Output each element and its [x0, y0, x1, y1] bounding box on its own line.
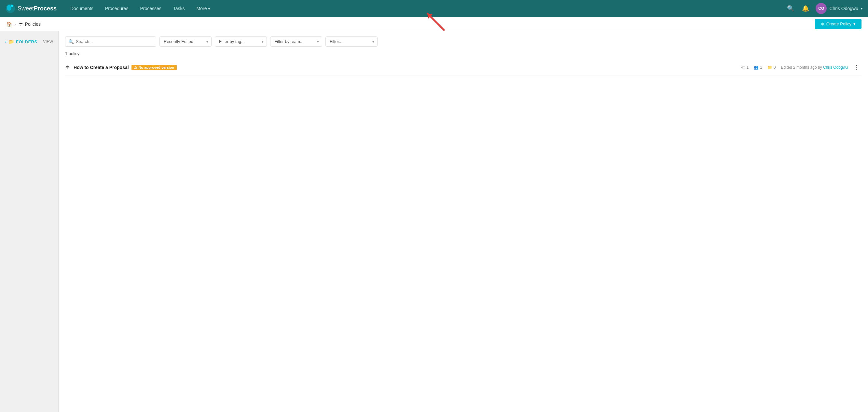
- breadcrumb-separator: ›: [14, 22, 16, 27]
- logo[interactable]: SweetProcess: [5, 3, 57, 14]
- table-row: ☂ How to Create a Proposal ⚠ No approved…: [65, 59, 862, 76]
- team-meta: 👥 1: [754, 65, 762, 70]
- filter-bar: 🔍 Recently Edited Alphabetical Recently …: [65, 36, 862, 47]
- avatar: CO: [815, 3, 827, 14]
- extra-filter-select[interactable]: Filter...: [326, 36, 377, 47]
- edited-text: Edited 2 months ago by Chris Odogwu: [781, 65, 848, 70]
- policy-more-options-button[interactable]: ⋮: [852, 63, 862, 72]
- sweetprocess-logo-icon: [5, 3, 16, 14]
- team-icon: 👥: [754, 65, 758, 70]
- content-area: 🔍 Recently Edited Alphabetical Recently …: [59, 31, 868, 412]
- policy-count: 1 policy: [65, 51, 862, 56]
- team-filter-wrap: Filter by team... ▾: [270, 36, 322, 47]
- sidebar-folders-label: FOLDERS: [16, 39, 37, 44]
- svg-point-1: [7, 5, 11, 11]
- user-name: Chris Odogwu: [829, 6, 858, 11]
- tag-icon: 🏷: [741, 65, 745, 70]
- nav-procedures[interactable]: Procedures: [100, 3, 134, 14]
- folder-icon: 📁: [8, 39, 14, 44]
- breadcrumb: 🏠 › ☂ Policies: [6, 22, 41, 27]
- search-button[interactable]: 🔍: [786, 4, 796, 13]
- edited-by-link[interactable]: Chris Odogwu: [823, 65, 848, 70]
- breadcrumb-bar: 🏠 › ☂ Policies ⊕ Create Policy ▾: [0, 17, 868, 31]
- policy-title: How to Create a Proposal ⚠ No approved v…: [73, 65, 177, 70]
- logo-text: SweetProcess: [18, 5, 57, 12]
- search-input[interactable]: [65, 36, 156, 47]
- create-policy-chevron: ▾: [854, 22, 856, 26]
- policy-meta: 🏷 1 👥 1 📁 0 Edited 2 months ago by Chris…: [741, 65, 848, 70]
- chevron-down-icon: ▾: [208, 6, 210, 11]
- folder-meta: 📁 0: [768, 65, 776, 70]
- breadcrumb-home[interactable]: 🏠: [6, 22, 12, 27]
- breadcrumb-current: ☂ Policies: [19, 22, 41, 27]
- policies-icon: ☂: [19, 22, 23, 27]
- main-layout: › 📁 FOLDERS VIEW 🔍 Recently Edited Alpha…: [0, 31, 868, 412]
- user-chevron-icon: ▾: [861, 6, 863, 11]
- sidebar-folders[interactable]: › 📁 FOLDERS VIEW: [0, 36, 58, 47]
- tag-filter-select[interactable]: Filter by tag...: [215, 36, 267, 47]
- search-wrap: 🔍: [65, 36, 156, 47]
- top-navigation: SweetProcess Documents Procedures Proces…: [0, 0, 868, 17]
- no-approved-badge: ⚠ No approved version: [131, 65, 177, 70]
- sort-select-wrap: Recently Edited Alphabetical Recently Cr…: [159, 36, 212, 47]
- user-area[interactable]: CO Chris Odogwu ▾: [815, 3, 863, 14]
- search-icon: 🔍: [787, 5, 794, 12]
- notifications-button[interactable]: 🔔: [801, 4, 810, 13]
- search-icon: 🔍: [68, 39, 74, 44]
- nav-right: 🔍 🔔 CO Chris Odogwu ▾: [786, 3, 863, 14]
- sidebar-view-label[interactable]: VIEW: [43, 39, 53, 44]
- extra-filter-wrap: Filter... ▾: [326, 36, 377, 47]
- team-filter-select[interactable]: Filter by team...: [270, 36, 322, 47]
- svg-point-3: [11, 5, 13, 7]
- nav-documents[interactable]: Documents: [65, 3, 99, 14]
- policy-row-icon: ☂: [65, 64, 70, 71]
- nav-links: Documents Procedures Processes Tasks Mor…: [65, 3, 786, 14]
- folder-meta-icon: 📁: [768, 65, 772, 70]
- chevron-right-icon: ›: [5, 39, 6, 44]
- nav-processes[interactable]: Processes: [135, 3, 166, 14]
- plus-icon: ⊕: [821, 22, 825, 26]
- create-policy-button[interactable]: ⊕ Create Policy ▾: [815, 19, 862, 29]
- warning-icon: ⚠: [134, 65, 137, 70]
- sidebar: › 📁 FOLDERS VIEW: [0, 31, 59, 412]
- nav-tasks[interactable]: Tasks: [168, 3, 190, 14]
- tag-filter-wrap: Filter by tag... ▾: [215, 36, 267, 47]
- bell-icon: 🔔: [802, 5, 809, 12]
- nav-more[interactable]: More ▾: [191, 3, 216, 14]
- sort-select[interactable]: Recently Edited Alphabetical Recently Cr…: [159, 36, 212, 47]
- tags-meta: 🏷 1: [741, 65, 749, 70]
